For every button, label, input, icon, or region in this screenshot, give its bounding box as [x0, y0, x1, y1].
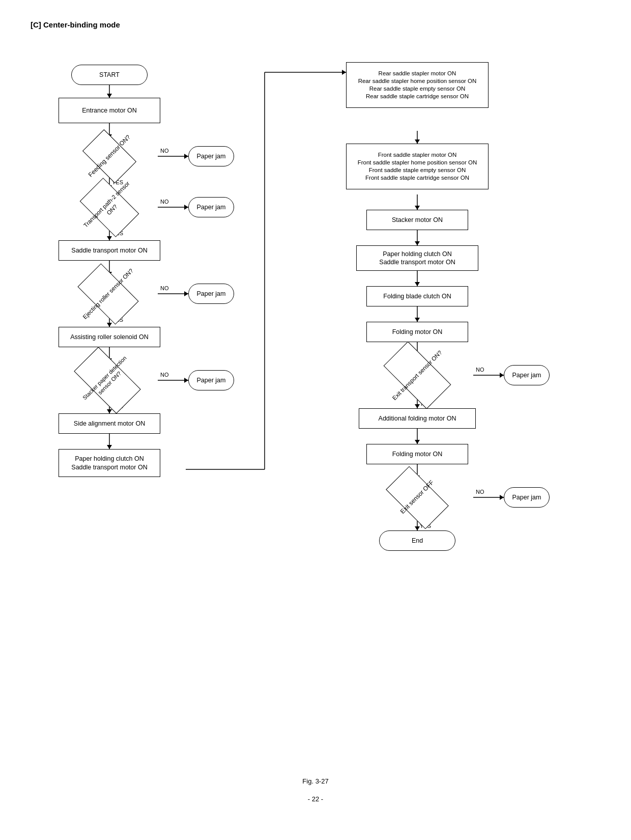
paper-jam-5: Paper jam	[504, 365, 550, 385]
paper-holding-2-box: Paper holding clutch ON Saddle transport…	[356, 245, 478, 271]
svg-marker-29	[342, 70, 346, 75]
folding-motor-2-box: Folding motor ON	[366, 444, 468, 464]
saddle-transport-box: Saddle transport motor ON	[59, 240, 160, 261]
svg-marker-33	[415, 206, 420, 210]
svg-marker-31	[415, 139, 420, 144]
rear-saddle-box: Rear saddle stapler motor ON Rear saddle…	[346, 62, 489, 108]
folding-motor-1-label: Folding motor ON	[392, 328, 443, 336]
side-alignment-box: Side alignment motor ON	[59, 413, 160, 434]
svg-marker-21	[184, 378, 188, 383]
ejecting-sensor-diamond: Ejecting roller sensor ON?	[53, 276, 163, 312]
paper-jam-1-label: Paper jam	[197, 152, 226, 160]
paper-holding-2-label: Paper holding clutch ON Saddle transport…	[379, 250, 455, 267]
start-label: START	[99, 71, 120, 79]
svg-marker-39	[415, 318, 420, 322]
feeding-sensor-diamond: Feeding sensor ON?	[59, 138, 160, 174]
rear-saddle-label: Rear saddle stapler motor ON Rear saddle…	[358, 70, 477, 100]
entrance-motor-label: Entrance motor ON	[82, 106, 137, 115]
entrance-motor-box: Entrance motor ON	[59, 98, 160, 123]
folding-motor-1-box: Folding motor ON	[366, 322, 468, 342]
end-shape: End	[379, 530, 455, 551]
paper-holding-1-label: Paper holding clutch ON Saddle transport…	[71, 455, 147, 471]
folding-motor-2-label: Folding motor ON	[392, 450, 443, 458]
svg-marker-15	[184, 291, 188, 296]
svg-marker-35	[415, 241, 420, 245]
svg-text:NO: NO	[476, 489, 484, 495]
paper-jam-6-label: Paper jam	[512, 493, 541, 501]
paper-jam-3-label: Paper jam	[197, 290, 226, 298]
front-saddle-box: Front saddle stapler motor ON Front sadd…	[346, 144, 489, 189]
svg-text:NO: NO	[160, 148, 169, 154]
transport-sensor-diamond: Transport path-2 sensor ON?	[56, 189, 163, 225]
page-num: - 22 -	[31, 795, 600, 803]
svg-marker-43	[500, 373, 504, 378]
svg-marker-37	[415, 282, 420, 286]
paper-jam-1: Paper jam	[188, 146, 234, 166]
paper-holding-1-box: Paper holding clutch ON Saddle transport…	[59, 449, 160, 477]
paper-jam-4: Paper jam	[188, 370, 234, 390]
svg-marker-5	[184, 154, 188, 159]
svg-marker-51	[500, 495, 504, 500]
end-label: End	[412, 537, 423, 545]
front-saddle-label: Front saddle stapler motor ON Front sadd…	[358, 151, 477, 182]
side-alignment-label: Side alignment motor ON	[74, 419, 145, 428]
assisting-roller-box: Assisting roller solenoid ON	[59, 327, 160, 347]
folding-blade-label: Folding blade clutch ON	[383, 292, 451, 300]
additional-folding-box: Additional folding motor ON	[359, 408, 476, 429]
paper-jam-6: Paper jam	[504, 487, 550, 508]
paper-jam-3: Paper jam	[188, 284, 234, 304]
exit-transport-diamond: Exit transport sensor ON?	[354, 357, 481, 393]
page-title: [C] Center-binding mode	[31, 20, 600, 29]
svg-marker-23	[107, 409, 112, 413]
assisting-roller-label: Assisting roller solenoid ON	[70, 333, 149, 341]
stacker-sensor-diamond: Stacker paper detection sensor ON?	[45, 362, 169, 398]
fig-label: Fig. 3-27	[31, 777, 600, 785]
additional-folding-label: Additional folding motor ON	[379, 414, 456, 423]
saddle-transport-label: Saddle transport motor ON	[71, 246, 147, 255]
exit-sensor-diamond: Exit sensor OFF	[359, 480, 476, 515]
svg-marker-53	[415, 526, 420, 530]
svg-marker-45	[415, 404, 420, 408]
svg-marker-1	[107, 94, 112, 98]
svg-marker-11	[107, 236, 112, 240]
svg-marker-9	[184, 205, 188, 210]
start-shape: START	[71, 65, 148, 85]
svg-marker-47	[415, 440, 420, 444]
paper-jam-2: Paper jam	[188, 197, 234, 217]
folding-blade-box: Folding blade clutch ON	[366, 286, 468, 306]
paper-jam-2-label: Paper jam	[197, 203, 226, 211]
stacker-motor-label: Stacker motor ON	[392, 216, 443, 224]
svg-marker-17	[107, 323, 112, 327]
paper-jam-4-label: Paper jam	[197, 376, 226, 384]
svg-marker-25	[107, 445, 112, 449]
paper-jam-5-label: Paper jam	[512, 371, 541, 379]
flowchart: YES YES YES YES NO NO NO NO NO YES NO YE…	[31, 44, 590, 772]
page: [C] Center-binding mode	[0, 0, 631, 840]
stacker-motor-box: Stacker motor ON	[366, 210, 468, 230]
